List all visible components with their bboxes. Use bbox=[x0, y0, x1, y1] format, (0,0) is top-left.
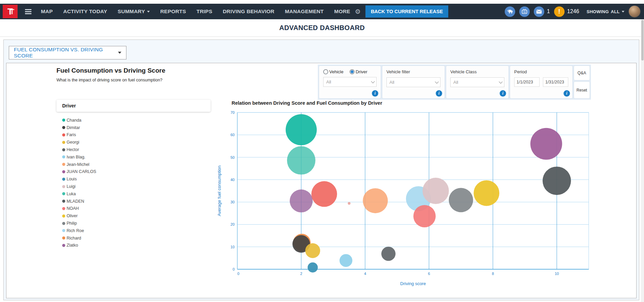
driver-name: JUAN CARLOS bbox=[67, 169, 96, 174]
chevron-down-icon bbox=[147, 11, 150, 12]
nav-item-driving-behavior[interactable]: DRIVING BEHAVIOR bbox=[223, 8, 275, 15]
driver-legend-item[interactable]: Jean-Michel bbox=[62, 161, 205, 168]
legend-color-dot bbox=[62, 215, 65, 218]
bubble-georgi[interactable] bbox=[305, 243, 320, 258]
driver-legend-item[interactable]: Dimitar bbox=[62, 124, 205, 131]
bubble-juan-carlos[interactable] bbox=[530, 128, 562, 160]
bubble-philip[interactable] bbox=[449, 188, 473, 212]
bubble-faris[interactable] bbox=[311, 181, 337, 207]
nav-item-activity-today[interactable]: ACTIVITY TODAY bbox=[63, 8, 107, 15]
nav-item-more[interactable]: MORE bbox=[334, 8, 350, 15]
driver-legend-item[interactable]: Luka bbox=[62, 190, 205, 198]
legend-color-dot bbox=[62, 133, 65, 136]
bubble-louis[interactable] bbox=[308, 262, 318, 273]
driver-legend-item[interactable]: Hector bbox=[62, 146, 205, 153]
legend-color-dot bbox=[62, 141, 65, 144]
period-to-input[interactable]: 1/31/2023 bbox=[543, 77, 568, 87]
driver-legend-item[interactable]: Oliver bbox=[62, 212, 205, 220]
vehicle-filter-select[interactable]: All bbox=[386, 77, 440, 87]
driver-legend-item[interactable]: Zlatko bbox=[62, 242, 205, 249]
settings-gear-icon[interactable]: ⚙ bbox=[355, 8, 361, 16]
title-bar: ADVANCED DASHBOARD bbox=[0, 19, 644, 37]
nav-item-reports[interactable]: REPORTS bbox=[160, 8, 186, 15]
y-tick-label: 70 bbox=[231, 110, 235, 115]
report-title: Fuel Consumption vs Driving Score bbox=[56, 67, 165, 74]
app-logo[interactable]: T T bbox=[3, 5, 18, 18]
bubble-luka[interactable] bbox=[287, 146, 315, 175]
radio-circle-selected-icon bbox=[350, 69, 355, 74]
bubble-luigi[interactable] bbox=[423, 178, 449, 204]
bubble-oliver[interactable] bbox=[474, 180, 499, 206]
bubble-hector[interactable] bbox=[381, 247, 396, 261]
bubble-mladen[interactable] bbox=[543, 167, 571, 195]
info-icon[interactable]: i bbox=[564, 90, 570, 97]
info-icon[interactable]: i bbox=[500, 90, 506, 97]
legend-color-dot bbox=[62, 185, 65, 188]
period-from-input[interactable]: 1/1/2023 bbox=[514, 77, 540, 87]
nav-menu: MAPACTIVITY TODAYSUMMARYREPORTSTRIPSDRIV… bbox=[41, 8, 350, 15]
nav-item-summary[interactable]: SUMMARY bbox=[118, 8, 150, 15]
alerts-warning-icon[interactable]: ! bbox=[554, 6, 565, 17]
nav-item-management[interactable]: MANAGEMENT bbox=[285, 8, 324, 15]
page-scrollbar[interactable] bbox=[641, 19, 644, 302]
bubble-chanda[interactable] bbox=[286, 114, 317, 145]
nav-item-map[interactable]: MAP bbox=[41, 8, 53, 15]
showing-label: SHOWING bbox=[587, 9, 609, 14]
navbar-right-cluster: TV 1 ! 1246 SHOWING ALL bbox=[505, 5, 641, 18]
page-title: ADVANCED DASHBOARD bbox=[279, 24, 365, 32]
driver-legend-item[interactable]: MLADEN bbox=[62, 198, 205, 205]
bubble-chart[interactable]: 0102030405060700246810Driving scoreAvera… bbox=[216, 106, 637, 291]
scrollbar-thumb[interactable] bbox=[641, 20, 644, 60]
bubble-ivan-blag.[interactable] bbox=[339, 254, 352, 267]
reset-button[interactable]: Reset bbox=[574, 82, 590, 98]
report-selector-dropdown[interactable]: FUEL CONSUMPTION VS. DRIVING SCORE bbox=[9, 46, 126, 59]
driver-legend-item[interactable]: NOAH bbox=[62, 205, 205, 212]
driver-legend-item[interactable]: Richard bbox=[62, 234, 205, 242]
entity-select-value: All bbox=[326, 79, 331, 84]
dispatch-truck-icon[interactable] bbox=[505, 6, 515, 17]
info-icon[interactable]: i bbox=[436, 90, 442, 97]
driver-name: Jean-Michel bbox=[67, 162, 89, 167]
vehicle-filter-value: All bbox=[389, 80, 394, 85]
driver-legend-item[interactable]: Faris bbox=[62, 131, 205, 139]
bubble-small[interactable] bbox=[348, 202, 351, 205]
driver-name: NOAH bbox=[67, 206, 79, 211]
vehicle-class-card: Vehicle Class All i bbox=[446, 66, 508, 98]
driver-legend-item[interactable]: Chanda bbox=[62, 117, 205, 124]
radio-driver[interactable]: Driver bbox=[350, 69, 367, 74]
driver-legend-item[interactable]: Ivan Blag. bbox=[62, 153, 205, 161]
showing-filter-dropdown[interactable]: SHOWING ALL bbox=[587, 9, 624, 14]
back-to-current-release-button[interactable]: BACK TO CURRENT RELEASE bbox=[365, 5, 448, 18]
driver-legend-item[interactable]: Georgi bbox=[62, 139, 205, 146]
legend-color-dot bbox=[62, 207, 65, 210]
entity-all-select[interactable]: All bbox=[323, 77, 377, 87]
legend-color-dot bbox=[62, 222, 65, 225]
messages-count: 1 bbox=[547, 8, 550, 15]
vehicle-class-select[interactable]: All bbox=[450, 77, 504, 87]
nav-item-trips[interactable]: TRIPS bbox=[196, 8, 212, 15]
hamburger-menu-icon[interactable] bbox=[25, 9, 31, 14]
driver-legend-item[interactable]: Rich Roe bbox=[62, 227, 205, 234]
driver-legend-item[interactable]: Philip bbox=[62, 220, 205, 227]
logo-glyph-2: T bbox=[10, 7, 14, 16]
qa-button[interactable]: Q&A bbox=[574, 66, 590, 80]
x-tick-label: 10 bbox=[555, 272, 559, 276]
driver-legend-panel: Driver ChandaDimitarFarisGeorgiHectorIva… bbox=[56, 100, 211, 249]
x-axis-label: Driving score bbox=[400, 281, 426, 286]
chart-title: Relation between Driving Score and Fuel … bbox=[232, 100, 637, 106]
driver-legend-item[interactable]: Louis bbox=[62, 175, 205, 183]
driver-legend-item[interactable]: Luigi bbox=[62, 183, 205, 190]
info-icon[interactable]: i bbox=[372, 90, 378, 97]
legend-color-dot bbox=[62, 155, 65, 158]
tv-media-icon[interactable]: TV bbox=[519, 6, 530, 17]
radio-vehicle[interactable]: Vehicle bbox=[323, 69, 343, 74]
driver-name: Rich Roe bbox=[67, 228, 84, 233]
messages-envelope-icon[interactable] bbox=[534, 6, 544, 17]
driver-legend-item[interactable]: JUAN CARLOS bbox=[62, 168, 205, 176]
legend-color-dot bbox=[62, 119, 65, 122]
bubble-jean-michel[interactable] bbox=[363, 188, 388, 213]
y-tick-label: 50 bbox=[231, 155, 235, 159]
user-avatar[interactable] bbox=[628, 5, 641, 18]
bubble-zlatko[interactable] bbox=[290, 190, 313, 212]
bubble-noah[interactable] bbox=[413, 205, 436, 227]
